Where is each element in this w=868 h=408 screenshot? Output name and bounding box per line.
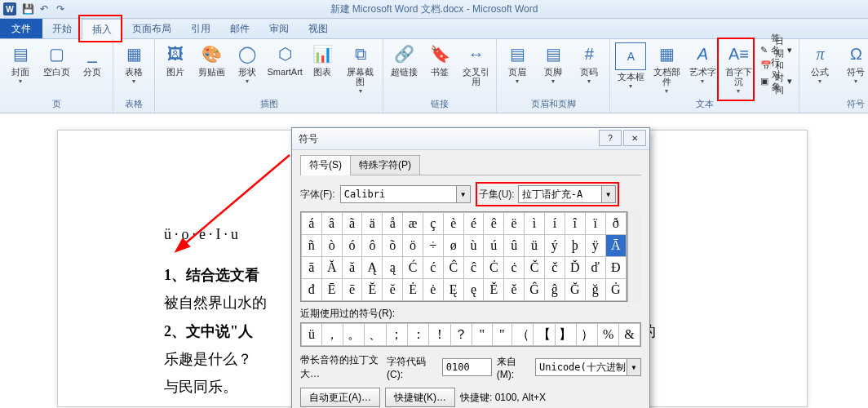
redo-icon[interactable]: ↷ xyxy=(54,2,67,16)
symbol-cell[interactable]: ć xyxy=(423,257,444,279)
header-button[interactable]: ▤页眉▾ xyxy=(500,41,534,86)
symbol-cell[interactable]: Ė xyxy=(403,279,423,301)
shortcutkey-button[interactable]: 快捷键(K)… xyxy=(385,388,455,407)
cover-page-button[interactable]: ▤封面▾ xyxy=(3,41,38,86)
symbol-cell[interactable]: ï xyxy=(585,213,605,235)
recent-symbol-cell[interactable]: ） xyxy=(577,324,598,346)
symbol-cell[interactable]: é xyxy=(463,213,484,235)
symbol-cell[interactable]: å xyxy=(383,213,403,235)
symbol-cell[interactable]: ą xyxy=(383,257,403,279)
symbol-cell[interactable]: ē xyxy=(342,279,362,301)
dropcap-button[interactable]: A≡首字下沉▾ xyxy=(721,41,755,96)
symbol-cell[interactable]: è xyxy=(443,213,463,235)
recent-symbol-cell[interactable]: ？ xyxy=(450,324,472,346)
screenshot-button[interactable]: ⧉屏幕截图▾ xyxy=(341,41,379,96)
shapes-button[interactable]: ◯形状▾ xyxy=(230,41,264,86)
symbol-button[interactable]: Ω符号▾ xyxy=(839,41,868,86)
recent-symbol-cell[interactable]: ü xyxy=(302,324,322,346)
symbol-cell[interactable]: ý xyxy=(545,235,565,257)
table-button[interactable]: ▦表格▾ xyxy=(117,41,151,86)
symbol-cell[interactable]: ÷ xyxy=(423,235,444,257)
symbol-cell[interactable]: Ć xyxy=(403,257,423,279)
dialog-tab-symbols[interactable]: 符号(S) xyxy=(300,155,351,175)
recent-symbol-cell[interactable]: （ xyxy=(512,324,534,346)
recent-symbol-cell[interactable]: " xyxy=(492,324,512,346)
recent-symbol-cell[interactable]: 。 xyxy=(343,324,365,346)
subset-combo[interactable]: 拉丁语扩充-A ▼ xyxy=(518,185,616,203)
symbol-cell[interactable]: û xyxy=(504,235,525,257)
smartart-button[interactable]: ⬡SmartArt xyxy=(266,41,303,78)
symbol-cell[interactable]: á xyxy=(302,213,322,235)
symbol-cell[interactable]: ñ xyxy=(302,235,322,257)
recent-symbol-cell[interactable]: ； xyxy=(386,324,407,346)
recent-symbol-cell[interactable]: 【 xyxy=(534,324,555,346)
symbol-cell[interactable]: ċ xyxy=(504,257,525,279)
picture-button[interactable]: 🖼图片 xyxy=(158,41,193,78)
symbol-grid-scrollbar[interactable] xyxy=(627,211,641,302)
symbol-cell[interactable]: ė xyxy=(423,279,444,301)
footer-button[interactable]: ▤页脚▾ xyxy=(536,41,570,86)
symbol-cell[interactable]: Ġ xyxy=(605,279,626,301)
symbol-cell[interactable]: î xyxy=(565,213,585,235)
symbol-cell[interactable]: Ę xyxy=(443,279,463,301)
symbol-cell[interactable]: þ xyxy=(565,235,585,257)
symbol-cell[interactable]: Ā xyxy=(605,235,626,257)
symbol-cell[interactable]: Ą xyxy=(362,257,383,279)
symbol-cell[interactable]: í xyxy=(545,213,565,235)
symbol-cell[interactable]: Ĝ xyxy=(524,279,544,301)
equation-button[interactable]: π公式▾ xyxy=(803,41,837,86)
symbol-cell[interactable]: ë xyxy=(504,213,525,235)
symbol-cell[interactable]: Ĉ xyxy=(443,257,463,279)
symbol-cell[interactable]: ù xyxy=(463,235,484,257)
symbol-cell[interactable]: ì xyxy=(524,213,544,235)
symbol-cell[interactable]: ô xyxy=(362,235,383,257)
symbol-cell[interactable]: Ď xyxy=(565,257,585,279)
symbol-cell[interactable]: ä xyxy=(362,213,383,235)
code-input[interactable]: 0100 xyxy=(442,358,492,376)
symbol-cell[interactable]: ü xyxy=(524,235,544,257)
font-combo[interactable]: Calibri ▼ xyxy=(340,185,471,203)
symbol-cell[interactable]: æ xyxy=(403,213,423,235)
recent-grid[interactable]: ü，。、；：！？""（【】）%& xyxy=(300,322,641,347)
symbol-cell[interactable]: Ğ xyxy=(565,279,585,301)
chevron-down-icon[interactable]: ▼ xyxy=(627,359,640,375)
undo-icon[interactable]: ↶ xyxy=(38,2,51,16)
symbol-cell[interactable]: ó xyxy=(342,235,362,257)
symbol-cell[interactable]: ã xyxy=(342,213,362,235)
dialog-help-button[interactable]: ? xyxy=(599,130,622,146)
symbol-cell[interactable]: ç xyxy=(423,213,444,235)
symbol-cell[interactable]: ê xyxy=(484,213,504,235)
symbol-cell[interactable]: Ĕ xyxy=(362,279,383,301)
chevron-down-icon[interactable]: ▼ xyxy=(456,186,470,202)
dialog-tab-special[interactable]: 特殊字符(P) xyxy=(350,155,420,175)
symbol-cell[interactable]: ĕ xyxy=(383,279,403,301)
from-combo[interactable]: Unicode(十六进制) ▼ xyxy=(535,358,641,376)
recent-symbol-cell[interactable]: & xyxy=(619,324,640,346)
quickparts-button[interactable]: ▦文档部件▾ xyxy=(649,41,684,96)
symbol-cell[interactable]: ď xyxy=(585,257,605,279)
symbol-cell[interactable]: Ě xyxy=(484,279,504,301)
tab-layout[interactable]: 页面布局 xyxy=(122,19,181,38)
symbol-grid[interactable]: áâãäåæçèéêëìíîïðñòóôõö÷øùúûüýþÿĀāĂăĄąĆćĈ… xyxy=(300,211,627,302)
symbol-cell[interactable]: ě xyxy=(504,279,525,301)
symbol-cell[interactable]: ò xyxy=(321,235,342,257)
symbol-cell[interactable]: ð xyxy=(605,213,626,235)
symbol-cell[interactable]: ğ xyxy=(585,279,605,301)
dialog-titlebar[interactable]: 符号 ? ✕ xyxy=(292,128,649,150)
symbol-cell[interactable]: Ċ xyxy=(484,257,504,279)
symbol-cell[interactable]: ö xyxy=(403,235,423,257)
bookmark-button[interactable]: 🔖书签 xyxy=(423,41,457,78)
crossref-button[interactable]: ↔交叉引用 xyxy=(458,41,493,88)
recent-symbol-cell[interactable]: ！ xyxy=(429,324,450,346)
autocorrect-button[interactable]: 自动更正(A)… xyxy=(300,388,380,407)
tab-mail[interactable]: 邮件 xyxy=(220,19,259,38)
tab-review[interactable]: 审阅 xyxy=(259,19,299,38)
symbol-cell[interactable]: ÿ xyxy=(585,235,605,257)
symbol-cell[interactable]: Č xyxy=(524,257,544,279)
symbol-cell[interactable]: ā xyxy=(302,257,322,279)
tab-references[interactable]: 引用 xyxy=(181,19,220,38)
chart-button[interactable]: 📊图表 xyxy=(305,41,339,78)
symbol-cell[interactable]: č xyxy=(545,257,565,279)
textbox-button[interactable]: A文本框▾ xyxy=(613,41,648,91)
recent-symbol-cell[interactable]: ： xyxy=(408,324,429,346)
